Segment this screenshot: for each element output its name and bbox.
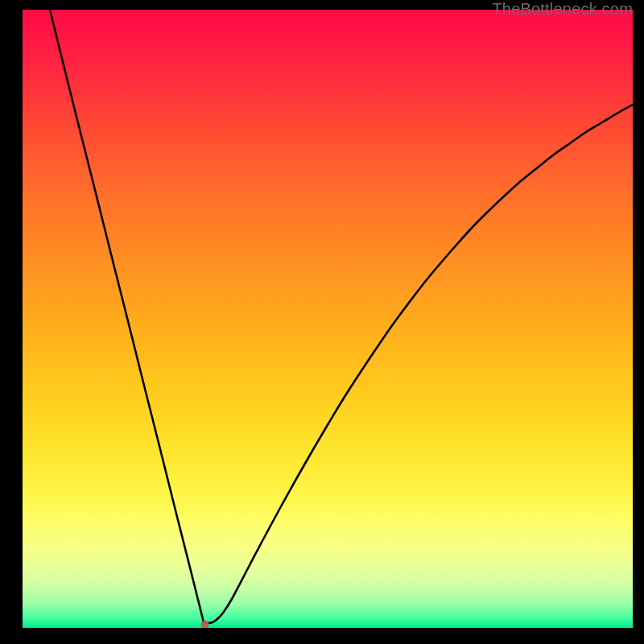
- plot-area: [23, 10, 633, 628]
- curve-layer: [23, 10, 633, 628]
- watermark-text: TheBottleneck.com: [492, 0, 633, 19]
- bottleneck-curve: [50, 10, 633, 623]
- minimum-marker: [201, 621, 209, 628]
- chart-stage: TheBottleneck.com: [0, 0, 644, 644]
